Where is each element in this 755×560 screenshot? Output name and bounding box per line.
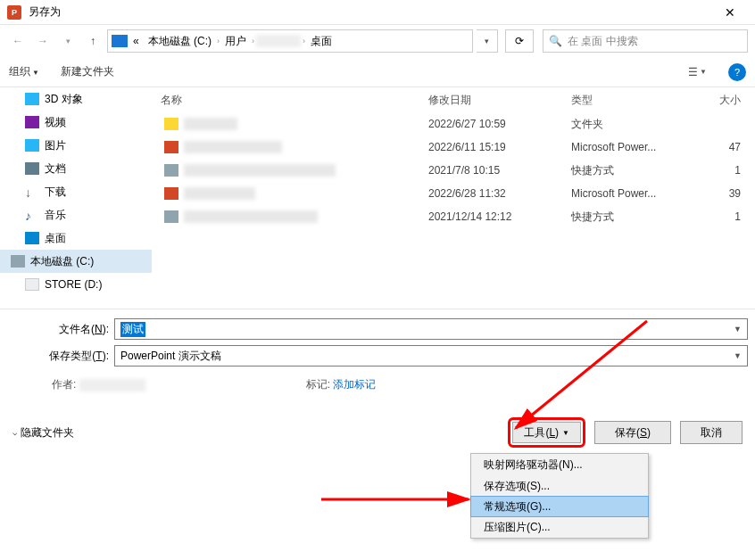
folder-icon [11,255,25,268]
cancel-button[interactable]: 取消 [680,421,743,444]
tools-button[interactable]: 工具(L) ▼ [512,422,581,443]
file-row[interactable]: 2022/6/11 15:19 Microsoft Power... 47 [152,136,755,159]
breadcrumb-redacted[interactable] [256,35,301,47]
chevron-right-icon: › [217,37,220,45]
sidebar-item-label: 本地磁盘 (C:) [30,254,94,269]
organize-button[interactable]: 组织▼ [9,64,39,79]
folder-icon [25,139,39,152]
sidebar-item[interactable]: 本地磁盘 (C:) [0,250,152,273]
search-input[interactable]: 🔍 在 桌面 中搜索 [543,29,748,53]
address-bar[interactable]: « 本地磁盘 (C:) › 用户 › › 桌面 [107,29,473,53]
refresh-icon[interactable]: ⟳ [505,29,534,53]
chevron-down-icon[interactable]: ▼ [734,351,742,360]
sidebar-item[interactable]: 桌面 [0,226,152,250]
nav-back-icon[interactable]: ← [7,30,29,52]
chevron-down-icon: ▼ [562,429,569,437]
column-header-size[interactable]: 大小 [678,93,755,108]
file-type: 文件夹 [562,117,678,132]
sidebar-item-label: 3D 对象 [45,92,83,107]
sidebar-item-label: 音乐 [45,208,66,223]
window-title: 另存为 [29,4,712,20]
folder-icon [25,93,39,105]
new-folder-button[interactable]: 新建文件夹 [61,64,114,79]
sidebar-item[interactable]: ↓下载 [0,180,152,203]
file-row[interactable]: 2022/6/27 10:59 文件夹 [152,112,755,136]
breadcrumb[interactable]: 本地磁盘 (C:) [145,34,215,49]
close-icon[interactable]: ✕ [712,5,748,20]
author-value-redacted[interactable] [79,379,145,391]
filetype-label: 保存类型(T): [7,349,114,364]
file-icon [164,210,178,223]
file-icon [164,118,178,130]
author-label: 作者: [52,378,76,391]
file-row[interactable]: 2022/6/28 11:32 Microsoft Power... 39 [152,182,755,205]
column-header-date[interactable]: 修改日期 [419,93,562,108]
sidebar-item[interactable]: STORE (D:) [0,273,152,296]
drive-icon [112,35,128,47]
file-size: 47 [678,141,755,153]
folder-icon: ♪ [25,209,39,221]
breadcrumb[interactable]: 用户 [221,34,250,49]
sidebar-item[interactable]: ♪音乐 [0,203,152,226]
folder-icon [25,278,39,291]
file-size: 1 [678,210,755,223]
breadcrumb[interactable]: 桌面 [307,34,336,49]
file-row[interactable]: 2021/7/8 10:15 快捷方式 1 [152,159,755,182]
tags-input[interactable]: 添加标记 [333,378,376,391]
menu-item[interactable]: 压缩图片(C)... [471,516,648,538]
filename-label: 文件名(N): [7,322,114,337]
folder-icon [25,162,39,175]
column-header-name[interactable]: 名称 [152,93,419,108]
file-type: Microsoft Power... [562,187,678,200]
folder-icon: ↓ [25,185,39,198]
sidebar-item[interactable]: 图片 [0,134,152,157]
chevron-down-icon[interactable]: ▼ [734,325,742,334]
file-size: 39 [678,187,755,200]
filename-redacted [184,187,255,200]
folder-icon [25,116,39,128]
file-icon [164,164,178,177]
filetype-select[interactable]: PowerPoint 演示文稿 ▼ [114,345,748,366]
file-icon [164,187,178,200]
nav-recent-icon[interactable]: ▾ [57,30,79,52]
help-icon[interactable]: ? [728,63,746,81]
sidebar-item-label: STORE (D:) [45,278,102,291]
search-placeholder: 在 桌面 中搜索 [568,34,638,49]
file-date: 2021/7/8 10:15 [419,164,562,177]
menu-item[interactable]: 保存选项(S)... [471,475,648,497]
filename-redacted [184,118,237,130]
view-options-button[interactable]: ☰▼ [688,66,707,78]
file-date: 2022/6/11 15:19 [419,141,562,153]
menu-item[interactable]: 映射网络驱动器(N)... [471,454,648,475]
filename-input[interactable]: 测试 ▼ [114,318,748,340]
search-icon: 🔍 [549,35,562,47]
sidebar-item[interactable]: 视频 [0,111,152,134]
save-button[interactable]: 保存(S) [594,421,671,444]
sidebar: 3D 对象视频图片文档↓下载♪音乐桌面本地磁盘 (C:)STORE (D:) [0,87,152,309]
view-icon: ☰ [688,66,698,78]
file-type: 快捷方式 [562,210,678,225]
file-type: Microsoft Power... [562,141,678,153]
file-date: 2022/6/28 11:32 [419,187,562,200]
file-row[interactable]: 2021/12/14 12:12 快捷方式 1 [152,205,755,228]
filename-redacted [184,210,318,223]
sidebar-item-label: 桌面 [45,231,66,246]
sidebar-item-label: 视频 [45,115,66,130]
sidebar-item-label: 下载 [45,185,66,200]
filename-redacted [184,141,282,153]
app-icon: P [7,5,21,20]
chevron-right-icon: › [303,37,305,45]
address-dropdown-icon[interactable]: ▾ [477,29,498,53]
nav-up-icon[interactable]: ↑ [82,30,104,52]
hide-folders-button[interactable]: ⌵ 隐藏文件夹 [12,425,74,441]
file-type: 快捷方式 [562,163,678,178]
menu-item[interactable]: 常规选项(G)... [470,496,649,517]
sidebar-item[interactable]: 3D 对象 [0,87,152,111]
column-header-type[interactable]: 类型 [562,93,678,108]
sidebar-item-label: 图片 [45,138,66,153]
file-date: 2021/12/14 12:12 [419,210,562,223]
tags-label: 标记: [306,378,330,391]
file-date: 2022/6/27 10:59 [419,118,562,130]
file-icon [164,141,178,153]
sidebar-item[interactable]: 文档 [0,157,152,180]
